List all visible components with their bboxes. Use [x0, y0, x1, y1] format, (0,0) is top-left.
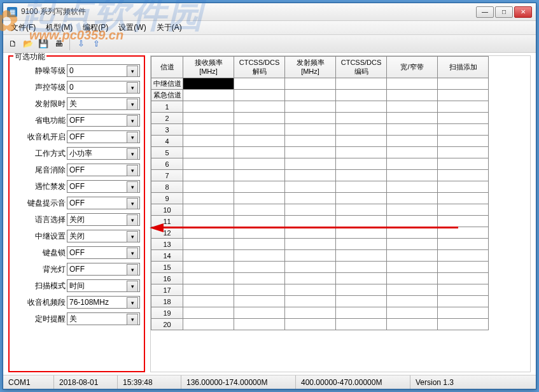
table-cell[interactable]	[438, 136, 489, 147]
table-cell[interactable]	[336, 113, 387, 124]
table-cell[interactable]	[336, 170, 387, 181]
option-select[interactable]: OFF	[67, 114, 140, 127]
table-cell[interactable]	[438, 158, 489, 170]
table-cell[interactable]	[183, 124, 234, 136]
table-cell[interactable]	[183, 181, 234, 193]
table-cell[interactable]	[387, 136, 438, 147]
grid-scroll[interactable]: 信道接收频率[MHz]CTCSS/DCS解码发射频率[MHz]CTCSS/DCS…	[151, 56, 530, 372]
row-header[interactable]: 5	[151, 147, 183, 158]
table-cell[interactable]	[336, 101, 387, 113]
table-cell[interactable]	[336, 319, 387, 330]
table-cell[interactable]	[438, 307, 489, 319]
column-header[interactable]: CTCSS/DCS解码	[234, 57, 285, 78]
table-cell[interactable]	[438, 181, 489, 193]
row-header[interactable]: 17	[151, 284, 183, 296]
table-cell[interactable]	[387, 227, 438, 239]
option-select[interactable]: OFF	[67, 180, 140, 193]
option-select[interactable]: 76-108MHz	[67, 296, 140, 309]
table-cell[interactable]	[285, 262, 336, 273]
row-header[interactable]: 2	[151, 113, 183, 124]
table-cell[interactable]	[336, 193, 387, 204]
row-header[interactable]: 中继信道	[151, 78, 183, 90]
table-cell[interactable]	[336, 90, 387, 101]
table-cell[interactable]	[438, 284, 489, 296]
table-cell[interactable]	[234, 136, 285, 147]
table-cell[interactable]	[387, 239, 438, 250]
table-cell[interactable]	[183, 273, 234, 284]
table-cell[interactable]	[183, 216, 234, 227]
table-cell[interactable]	[336, 78, 387, 90]
table-cell[interactable]	[336, 284, 387, 296]
table-cell[interactable]	[285, 136, 336, 147]
save-icon[interactable]: 💾	[36, 37, 50, 51]
row-header[interactable]: 14	[151, 250, 183, 262]
row-header[interactable]: 15	[151, 262, 183, 273]
table-cell[interactable]	[438, 78, 489, 90]
table-cell[interactable]	[285, 284, 336, 296]
table-cell[interactable]	[285, 101, 336, 113]
table-cell[interactable]	[183, 204, 234, 216]
table-cell[interactable]	[285, 239, 336, 250]
table-cell[interactable]	[234, 181, 285, 193]
table-cell[interactable]	[387, 158, 438, 170]
option-select[interactable]: 时间	[67, 279, 140, 292]
row-header[interactable]: 13	[151, 239, 183, 250]
menu-settings[interactable]: 设置(W)	[113, 21, 151, 34]
option-select[interactable]: 关闭	[67, 230, 140, 242]
table-cell[interactable]	[438, 204, 489, 216]
table-cell[interactable]	[183, 319, 234, 330]
table-cell[interactable]	[234, 307, 285, 319]
row-header[interactable]: 19	[151, 307, 183, 319]
table-cell[interactable]	[387, 273, 438, 284]
row-header[interactable]: 11	[151, 216, 183, 227]
minimize-button[interactable]: —	[476, 6, 494, 18]
new-icon[interactable]: 🗋	[6, 37, 20, 51]
table-cell[interactable]	[285, 307, 336, 319]
table-cell[interactable]	[438, 227, 489, 239]
option-select[interactable]: 0	[67, 81, 140, 94]
table-cell[interactable]	[183, 147, 234, 158]
close-button[interactable]: ✕	[514, 6, 532, 18]
table-cell[interactable]	[183, 193, 234, 204]
table-cell[interactable]	[183, 113, 234, 124]
table-cell[interactable]	[183, 90, 234, 101]
table-cell[interactable]	[438, 262, 489, 273]
table-cell[interactable]	[336, 124, 387, 136]
table-cell[interactable]	[285, 113, 336, 124]
table-cell[interactable]	[387, 147, 438, 158]
table-cell[interactable]	[438, 296, 489, 307]
table-cell[interactable]	[438, 216, 489, 227]
table-cell[interactable]	[285, 147, 336, 158]
table-cell[interactable]	[438, 193, 489, 204]
option-select[interactable]: OFF	[67, 164, 140, 176]
table-cell[interactable]	[183, 170, 234, 181]
table-cell[interactable]	[387, 90, 438, 101]
table-cell[interactable]	[234, 78, 285, 90]
table-cell[interactable]	[183, 136, 234, 147]
row-header[interactable]: 4	[151, 136, 183, 147]
menu-model[interactable]: 机型(M)	[41, 21, 78, 34]
table-cell[interactable]	[336, 250, 387, 262]
row-header[interactable]: 7	[151, 170, 183, 181]
table-cell[interactable]	[387, 262, 438, 273]
table-cell[interactable]	[285, 181, 336, 193]
print-icon[interactable]: 🖶	[52, 37, 66, 51]
table-cell[interactable]	[387, 250, 438, 262]
row-header[interactable]: 1	[151, 101, 183, 113]
table-cell[interactable]	[285, 216, 336, 227]
table-cell[interactable]	[336, 273, 387, 284]
table-cell[interactable]	[336, 136, 387, 147]
option-select[interactable]: OFF	[67, 246, 140, 259]
table-cell[interactable]	[387, 101, 438, 113]
table-cell[interactable]	[285, 124, 336, 136]
row-header[interactable]: 6	[151, 158, 183, 170]
table-cell[interactable]	[183, 158, 234, 170]
option-select[interactable]: 小功率	[67, 147, 140, 160]
table-cell[interactable]	[387, 113, 438, 124]
option-select[interactable]: OFF	[67, 197, 140, 209]
table-cell[interactable]	[387, 296, 438, 307]
table-cell[interactable]	[234, 90, 285, 101]
row-header[interactable]: 18	[151, 296, 183, 307]
table-cell[interactable]	[336, 147, 387, 158]
table-cell[interactable]	[183, 262, 234, 273]
